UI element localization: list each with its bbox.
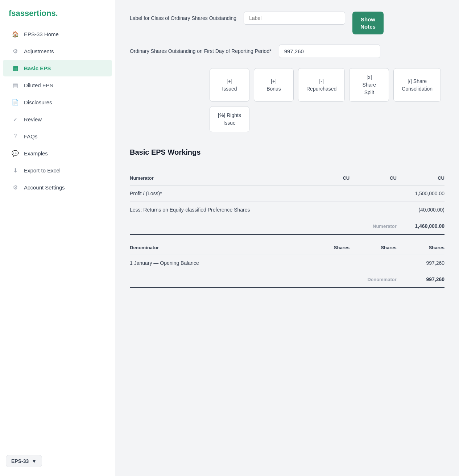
sidebar-item-export-excel[interactable]: ⬇ Export to Excel [3,162,112,179]
numerator-subtotal-row: Numerator 1,460,000.00 [130,218,444,235]
nav-icon-disclosures: 📄 [12,99,19,106]
action-btn-rights-issue[interactable]: [%] RightsIssue [210,106,249,132]
action-btn-issued[interactable]: [+]Issued [210,68,249,102]
table-row: 1 January — Opening Balance 997,260 [130,255,444,271]
sidebar-item-review[interactable]: ✓ Review [3,111,112,128]
numerator-subtotal-value: 1,460,000.00 [397,218,444,235]
denominator-col2-header: Shares [350,234,397,255]
label-row: Label for Class of Ordinary Shares Outst… [130,12,444,34]
nav-label-disclosures: Disclosures [24,99,52,105]
workings-section: Basic EPS Workings Numerator CU CU CU Pr… [130,148,444,288]
numerator-header-row: Numerator CU CU CU [130,165,444,185]
shares-outstanding-input[interactable] [279,45,380,58]
nav-icon-export-excel: ⬇ [12,167,19,174]
action-btn-share-split[interactable]: [x]ShareSplit [349,68,389,102]
nav-icon-diluted-eps: ▤ [12,82,19,89]
table-row: Profit / (Loss)* 1,500,000.00 [130,185,444,202]
sidebar-item-eps-home[interactable]: 🏠 EPS-33 Home [3,26,112,42]
preference-shares-col3: (40,000.00) [397,202,444,218]
numerator-col1-header: CU [324,165,350,185]
shares-outstanding-row: Ordinary Shares Outstanding on First Day… [130,45,444,58]
nav-label-adjustments: Adjustments [24,48,54,54]
nav-menu: 🏠 EPS-33 Home ⚙ Adjustments ▦ Basic EPS … [0,25,115,196]
eps-selector-label: EPS-33 [11,458,29,464]
nav-icon-faqs: ? [12,133,19,140]
profit-loss-col2 [350,185,397,202]
workings-title: Basic EPS Workings [130,148,444,156]
label-field-label: Label for Class of Ordinary Shares Outst… [130,12,236,22]
chevron-down-icon: ▼ [32,458,37,464]
sidebar-item-examples[interactable]: 💬 Examples [3,145,112,162]
shares-field-label: Ordinary Shares Outstanding on First Day… [130,45,272,55]
numerator-col3-header: CU [397,165,444,185]
nav-label-account-settings: Account Settings [24,184,65,191]
nav-icon-account-settings: ⚙ [12,184,19,191]
opening-balance-col3: 997,260 [397,255,444,271]
profit-loss-label: Profit / (Loss)* [130,185,324,202]
nav-icon-eps-home: 🏠 [12,30,19,38]
nav-icon-examples: 💬 [12,150,19,157]
sidebar-item-adjustments[interactable]: ⚙ Adjustments [3,43,112,59]
denominator-col1-header: Shares [324,234,350,255]
sidebar: fsassertions. 🏠 EPS-33 Home ⚙ Adjustment… [0,0,115,476]
denominator-subtotal-label: Denominator [350,271,397,288]
logo: fsassertions. [0,0,115,25]
label-input[interactable] [244,12,345,25]
nav-label-basic-eps: Basic EPS [24,65,51,71]
profit-loss-col1 [324,185,350,202]
nav-icon-adjustments: ⚙ [12,47,19,55]
eps-selector[interactable]: EPS-33 ▼ [6,455,42,467]
brand-name: fsassertions. [9,9,58,18]
sidebar-item-faqs[interactable]: ? FAQs [3,128,112,145]
action-btn-bonus[interactable]: [+]Bonus [254,68,294,102]
action-btn-share-consolidation[interactable]: [/] ShareConsolidation [393,68,441,102]
nav-icon-review: ✓ [12,116,19,123]
main-content: Label for Class of Ordinary Shares Outst… [115,0,459,476]
opening-balance-label: 1 January — Opening Balance [130,255,324,271]
sidebar-item-diluted-eps[interactable]: ▤ Diluted EPS [3,77,112,93]
workings-table: Numerator CU CU CU Profit / (Loss)* 1,50… [130,165,444,288]
sidebar-bottom: EPS-33 ▼ [0,449,115,476]
table-row: Less: Returns on Equity-classified Prefe… [130,202,444,218]
preference-shares-col1 [324,202,350,218]
action-btn-repurchased[interactable]: [-]Repurchased [298,68,345,102]
numerator-header-label: Numerator [130,165,324,185]
sidebar-item-account-settings[interactable]: ⚙ Account Settings [3,179,112,196]
numerator-subtotal-label: Numerator [350,218,397,235]
denominator-header-label: Denominator [130,234,324,255]
profit-loss-col3: 1,500,000.00 [397,185,444,202]
nav-label-diluted-eps: Diluted EPS [24,82,53,88]
denominator-col3-header: Shares [397,234,444,255]
denominator-subtotal-value: 997,260 [397,271,444,288]
action-buttons-container: [+]Issued[+]Bonus[-]Repurchased[x]ShareS… [130,68,444,132]
show-notes-button[interactable]: ShowNotes [352,12,384,34]
nav-label-eps-home: EPS-33 Home [24,31,59,37]
sidebar-item-disclosures[interactable]: 📄 Disclosures [3,94,112,110]
preference-shares-col2 [350,202,397,218]
nav-label-review: Review [24,116,42,122]
nav-label-examples: Examples [24,150,48,156]
numerator-col2-header: CU [350,165,397,185]
denominator-header-row: Denominator Shares Shares Shares [130,234,444,255]
nav-icon-basic-eps: ▦ [12,64,19,72]
nav-label-export-excel: Export to Excel [24,167,61,174]
preference-shares-label: Less: Returns on Equity-classified Prefe… [130,202,324,218]
sidebar-item-basic-eps[interactable]: ▦ Basic EPS [3,60,112,76]
nav-label-faqs: FAQs [24,133,38,139]
denominator-subtotal-row: Denominator 997,260 [130,271,444,288]
